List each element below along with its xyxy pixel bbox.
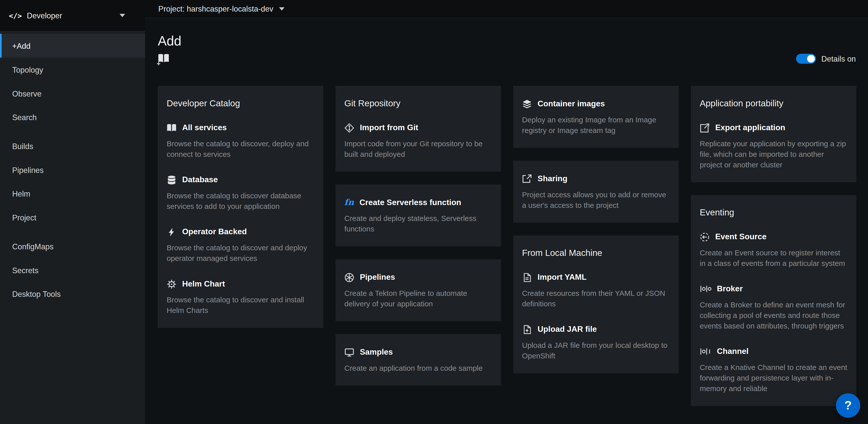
- item-label: Pipelines: [360, 272, 395, 283]
- item-description: Create and deploy stateless, Serverless …: [344, 214, 492, 234]
- add-page: Add + Details on Developer Catalog: [145, 18, 868, 424]
- add-item-channel[interactable]: Channel Create a Knative Channel to crea…: [700, 346, 847, 394]
- add-item-database[interactable]: Database Browse the catalog to discover …: [166, 174, 314, 211]
- page-header-row: + Details on: [158, 52, 856, 65]
- file-yaml-icon: [522, 272, 532, 282]
- card-sharing: Sharing Project access allows you to add…: [513, 161, 679, 223]
- sidebar-item-configmaps[interactable]: ConfigMaps: [0, 234, 145, 258]
- add-item-pipelines[interactable]: Pipelines Create a Tekton Pipeline to au…: [344, 272, 492, 309]
- item-description: Import code from your Git repository to …: [344, 139, 492, 160]
- item-description: Replicate your application by exporting …: [700, 139, 847, 170]
- item-label: Export application: [715, 122, 785, 134]
- add-item-container-images[interactable]: Container images Deploy an existing Imag…: [522, 98, 670, 136]
- nav-group-1: +Add Topology Observe Search: [0, 34, 145, 129]
- add-item-create-serverless-function[interactable]: fn Create Serverless function Create and…: [344, 197, 492, 234]
- grid-column-1: Developer Catalog All services Browse th…: [158, 86, 323, 328]
- perspective-label: Developer: [27, 11, 62, 20]
- helm-icon: [166, 279, 177, 289]
- item-description: Create resources from their YAML or JSON…: [522, 288, 670, 309]
- item-description: Project access allows you to add or remo…: [522, 190, 670, 210]
- item-label: Import YAML: [537, 272, 586, 283]
- item-label: Broker: [717, 283, 743, 294]
- item-description: Upload a JAR file from your local deskto…: [522, 340, 670, 361]
- add-item-event-source[interactable]: Event Source Create an Event source to r…: [700, 231, 847, 269]
- card-title: Application portability: [700, 98, 847, 109]
- card-title: Git Repository: [344, 98, 492, 109]
- add-item-all-services[interactable]: All services Browse the catalog to disco…: [166, 122, 314, 160]
- details-toggle[interactable]: Details on: [796, 54, 856, 64]
- add-item-export-application[interactable]: Export application Replicate your applic…: [700, 122, 847, 170]
- sidebar-item-desktop-tools[interactable]: Desktop Tools: [0, 282, 145, 306]
- item-description: Browse the catalog to discover and insta…: [166, 295, 314, 316]
- item-label: Channel: [717, 346, 748, 357]
- catalog-add-icon[interactable]: +: [158, 53, 171, 64]
- card-eventing: Eventing Event Source Create an Event so…: [691, 195, 857, 406]
- add-cards-grid: Developer Catalog All services Browse th…: [158, 86, 856, 406]
- add-item-broker[interactable]: Broker Create a Broker to define an even…: [700, 283, 847, 331]
- main-area: Project: harshcasper-localsta-dev Add + …: [145, 0, 868, 424]
- card-application-portability: Application portability Export applicati…: [691, 86, 857, 182]
- serverless-fn-icon: fn: [344, 198, 354, 207]
- toggle-switch[interactable]: [796, 54, 816, 64]
- sidebar-nav: +Add Topology Observe Search Builds Pipe…: [0, 32, 145, 306]
- details-toggle-label: Details on: [821, 54, 856, 63]
- add-item-upload-jar-file[interactable]: Upload JAR file Upload a JAR file from y…: [522, 323, 670, 361]
- toggle-knob: [807, 55, 815, 63]
- channel-icon: [700, 347, 711, 356]
- event-source-icon: [700, 232, 710, 242]
- item-description: Create a Broker to define an event mesh …: [700, 300, 847, 331]
- card-git-repository: Git Repository Import from Git Import co…: [336, 86, 501, 172]
- card-pipelines: Pipelines Create a Tekton Pipeline to au…: [336, 259, 501, 321]
- item-description: Deploy an existing Image from an Image r…: [522, 115, 670, 136]
- code-icon: </>: [9, 11, 22, 20]
- database-icon: [166, 175, 177, 185]
- nav-group-3: ConfigMaps Secrets Desktop Tools: [0, 234, 145, 306]
- broker-icon: [700, 285, 711, 293]
- plus-glyph: +: [157, 60, 160, 67]
- item-label: Operator Backed: [182, 226, 247, 237]
- file-upload-icon: [522, 324, 532, 335]
- add-item-import-from-git[interactable]: Import from Git Import code from your Gi…: [344, 122, 492, 160]
- add-item-samples[interactable]: Samples Create an application from a cod…: [344, 346, 492, 373]
- item-label: Database: [182, 174, 218, 186]
- item-label: All services: [182, 122, 227, 134]
- project-selector[interactable]: Project: harshcasper-localsta-dev: [158, 4, 284, 13]
- add-item-helm-chart[interactable]: Helm Chart Browse the catalog to discove…: [166, 278, 314, 316]
- item-label: Helm Chart: [182, 278, 225, 289]
- item-label: Create Serverless function: [360, 197, 461, 208]
- sidebar-item-add[interactable]: +Add: [0, 34, 145, 58]
- sidebar-item-helm[interactable]: Helm: [0, 182, 145, 205]
- item-description: Create a Knative Channel to create an ev…: [700, 362, 847, 394]
- card-from-local-machine: From Local Machine Import YAML Create re…: [513, 235, 679, 373]
- card-samples: Samples Create an application from a cod…: [336, 334, 501, 386]
- sidebar-item-project[interactable]: Project: [0, 205, 145, 229]
- sidebar-item-secrets[interactable]: Secrets: [0, 258, 145, 282]
- item-label: Import from Git: [360, 122, 418, 134]
- grid-column-3: Container images Deploy an existing Imag…: [513, 86, 679, 373]
- item-description: Create an application from a code sample: [344, 363, 492, 373]
- grid-column-4: Application portability Export applicati…: [691, 86, 857, 406]
- sidebar-item-topology[interactable]: Topology: [0, 58, 145, 81]
- help-button[interactable]: ?: [836, 393, 860, 418]
- item-label: Upload JAR file: [537, 323, 597, 335]
- item-description: Browse the catalog to discover and deplo…: [166, 243, 314, 264]
- card-serverless-function: fn Create Serverless function Create and…: [336, 185, 501, 247]
- add-item-import-yaml[interactable]: Import YAML Create resources from their …: [522, 272, 670, 309]
- sidebar-item-observe[interactable]: Observe: [0, 81, 145, 105]
- item-label: Samples: [360, 346, 393, 358]
- sidebar-item-builds[interactable]: Builds: [0, 134, 145, 158]
- sidebar-item-pipelines[interactable]: Pipelines: [0, 158, 145, 182]
- add-item-operator-backed[interactable]: Operator Backed Browse the catalog to di…: [166, 226, 314, 264]
- chevron-down-icon: [120, 14, 125, 17]
- add-item-sharing[interactable]: Sharing Project access allows you to add…: [522, 173, 670, 210]
- card-title: Eventing: [700, 207, 847, 218]
- sidebar-item-search[interactable]: Search: [0, 105, 145, 129]
- card-container-images: Container images Deploy an existing Imag…: [513, 86, 679, 148]
- item-label: Event Source: [715, 231, 767, 243]
- page-title: Add: [158, 33, 856, 49]
- layers-icon: [522, 99, 532, 109]
- grid-column-2: Git Repository Import from Git Import co…: [336, 86, 501, 386]
- pipeline-icon: [344, 272, 354, 282]
- perspective-switcher[interactable]: </> Developer: [0, 0, 145, 32]
- project-bar: Project: harshcasper-localsta-dev: [145, 0, 868, 18]
